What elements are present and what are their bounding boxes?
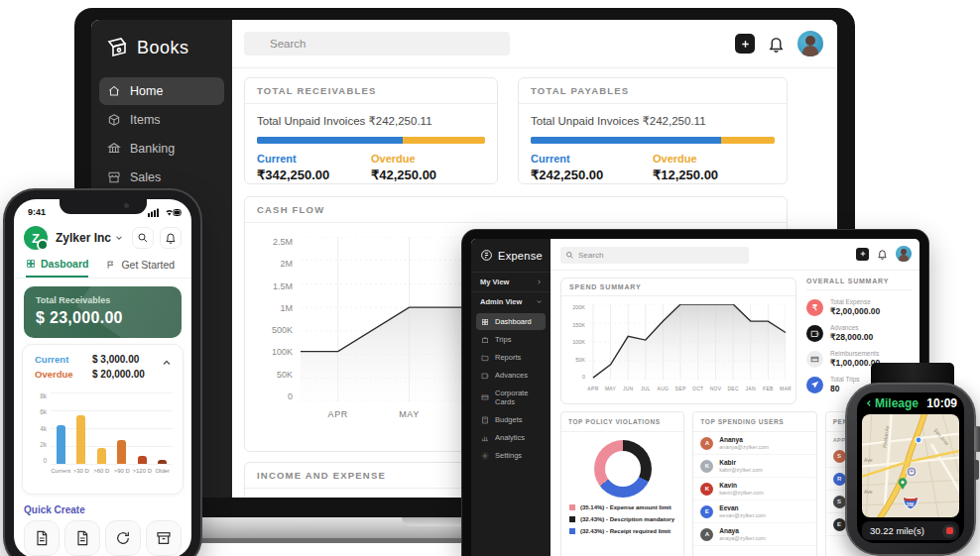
plus-icon: [859, 250, 867, 258]
invoice-icon: [24, 520, 60, 556]
map-view[interactable]: Phelan Av Ave San Jose Ave 280: [862, 414, 959, 517]
sidebar-item-corporate-cards[interactable]: Corporate Cards: [476, 385, 546, 410]
sidebar-group-my-view[interactable]: My View: [471, 272, 551, 291]
user-avatar[interactable]: [896, 246, 912, 262]
spend-summary-title: SPEND SUMMARY: [561, 278, 796, 296]
notifications-button[interactable]: [877, 249, 888, 260]
plus-icon: [740, 39, 751, 50]
watch-time: 10:09: [926, 396, 957, 410]
total-receivables-banner[interactable]: Total Receivables $ 23,000.00: [24, 286, 182, 338]
tab-get-started[interactable]: Get Started: [106, 255, 175, 278]
search-button[interactable]: [132, 227, 154, 249]
summary-row-total-expense: ₹Total Expense₹2,00,000.00: [806, 298, 912, 316]
user-name: Kabir: [719, 459, 762, 466]
user-row-kavin[interactable]: KKavinkavin@zylker.com: [693, 478, 815, 500]
sidebar-item-label: Banking: [130, 142, 175, 156]
x-tick: JAN: [746, 386, 756, 391]
y-tick: 2M: [280, 259, 293, 269]
map-street-ave-2: Ave: [864, 489, 873, 495]
aging-bar-chart: 8k6k4k2k0 Current>30 D>60 D>90 D>120 DOl…: [31, 392, 175, 484]
legend-label: (32.43%) - Receipt required limit: [580, 528, 671, 534]
sidebar-item-label: Corporate Cards: [495, 389, 541, 406]
sidebar-item-banking[interactable]: Banking: [99, 135, 224, 163]
user-row-anaya[interactable]: AAnayaanaya@zylker.com: [693, 523, 815, 546]
legend-swatch: [569, 528, 575, 534]
notifications-button[interactable]: [768, 36, 785, 53]
violations-title: TOP POLICY VIOLATIONS: [561, 412, 683, 432]
user-row-ananya[interactable]: AAnanyaananya@zylker.com: [693, 432, 815, 455]
org-logo[interactable]: Z: [24, 226, 48, 250]
user-row-kabir[interactable]: KKabirkabir@zylker.com: [693, 455, 815, 478]
quick-add-button[interactable]: [735, 34, 755, 54]
y-tick: 1M: [280, 303, 293, 313]
books-logo[interactable]: Books: [91, 20, 232, 73]
y-tick: 150K: [572, 322, 585, 328]
wallet-icon: [810, 329, 819, 338]
current-value: $ 3,000.00: [92, 354, 139, 365]
y-tick: 200K: [572, 304, 585, 310]
chevron-right-icon: [536, 278, 543, 285]
sidebar-item-reports[interactable]: Reports: [476, 349, 546, 366]
briefcase-icon: [481, 336, 489, 344]
user-avatar: K: [700, 483, 713, 496]
tab-dashboard[interactable]: Dasboard: [26, 255, 88, 278]
chevron-down-icon[interactable]: [114, 233, 124, 243]
status-icons: [148, 203, 182, 221]
y-tick: 500K: [272, 325, 293, 335]
watch-crown[interactable]: [974, 426, 980, 452]
x-tick: Current: [51, 468, 71, 474]
x-tick: MAR: [780, 386, 792, 391]
org-name[interactable]: Zylker Inc: [56, 231, 111, 245]
user-avatar[interactable]: [797, 31, 823, 56]
sidebar-item-budgets[interactable]: Budgets: [476, 411, 546, 428]
quick-create-estimate[interactable]: Estimate: [62, 520, 103, 556]
stop-record-button[interactable]: [942, 524, 956, 538]
sidebar-item-label: Budgets: [495, 415, 523, 424]
distance-value: 30.22 mile(s): [862, 525, 924, 536]
sidebar-item-label: Home: [130, 84, 163, 98]
sidebar-item-advances[interactable]: Advances: [476, 367, 546, 384]
quick-add-button[interactable]: [856, 248, 869, 261]
sidebar-item-home[interactable]: Home: [99, 77, 224, 105]
sidebar-item-sales[interactable]: Sales: [99, 164, 224, 191]
user-avatar: E: [833, 518, 846, 531]
map-location-dot: [916, 437, 921, 443]
expense-logo[interactable]: Expense: [471, 239, 551, 272]
phone-status-bar: 9:41: [28, 203, 182, 221]
user-text: Kabirkabir@zylker.com: [719, 459, 762, 473]
user-row-eevan[interactable]: EEevaneevan@zylker.com: [693, 500, 815, 523]
sidebar-item-trips[interactable]: Trips: [476, 331, 546, 348]
sidebar-item-dashboard[interactable]: Dashboard: [476, 313, 546, 330]
search-input[interactable]: [244, 32, 510, 56]
quick-create-subscription[interactable]: Subscription: [102, 520, 143, 556]
receivables-label: Total Receivables: [36, 295, 110, 305]
y-tick: 0: [288, 391, 293, 401]
x-tick: MAY: [399, 409, 420, 419]
mileage-back-title[interactable]: Mileage: [864, 396, 919, 410]
payables-progress-bar: [531, 137, 775, 144]
sidebar-item-label: Reports: [495, 353, 521, 362]
sidebar-item-settings[interactable]: Settings: [476, 447, 546, 464]
y-tick: 0: [582, 374, 585, 380]
bar-column: [112, 392, 133, 464]
books-topbar: [244, 28, 823, 59]
bar--60-d: [97, 448, 106, 464]
collapse-chevron-icon[interactable]: [161, 357, 173, 369]
sidebar-item-label: Trips: [495, 335, 511, 344]
sidebar-group-admin-view[interactable]: Admin View: [471, 291, 551, 311]
legend-item: (35.14%) - Expense amount limit: [569, 504, 675, 510]
watch-side-button[interactable]: [974, 460, 979, 480]
search-input[interactable]: [560, 247, 749, 264]
legend-item: (32.43%) - Description mandatory: [569, 516, 675, 522]
x-tick: MAY: [605, 386, 616, 391]
sidebar-item-items[interactable]: Items: [99, 106, 224, 134]
bar-column: [71, 392, 92, 464]
card-icon: [481, 393, 489, 401]
sidebar-item-analytics[interactable]: Analytics: [476, 429, 546, 446]
quick-create-product[interactable]: Product: [143, 520, 184, 556]
quick-create-invoice[interactable]: Invoice: [22, 520, 62, 556]
quick-create-tiles: InvoiceEstimateSubscriptionProduct: [22, 520, 184, 556]
x-tick: SEP: [675, 386, 686, 391]
notifications-button[interactable]: [160, 227, 182, 249]
phone-device: 9:41 Z Zylker Inc Dasboard Ge: [5, 190, 200, 556]
